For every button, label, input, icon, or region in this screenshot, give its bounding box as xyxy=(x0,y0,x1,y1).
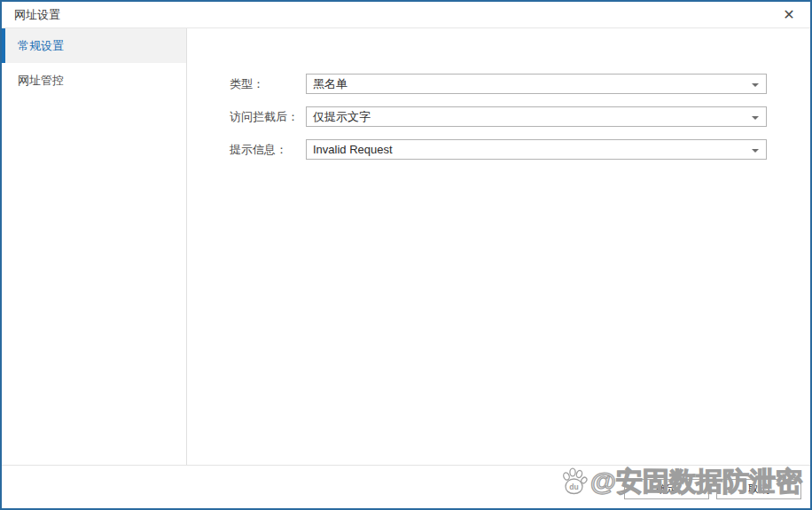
chevron-down-icon xyxy=(752,83,759,87)
url-settings-dialog: 网址设置 ✕ 常规设置 网址管控 类型： 黑名单 xyxy=(0,0,812,510)
prompt-message-label: 提示信息： xyxy=(230,142,306,158)
type-label: 类型： xyxy=(230,76,306,92)
ok-button[interactable]: 确定 xyxy=(624,479,709,499)
sidebar-item-label: 常规设置 xyxy=(18,38,64,54)
close-icon[interactable]: ✕ xyxy=(778,4,800,26)
cancel-button[interactable]: 取消 xyxy=(716,479,801,499)
chevron-down-icon xyxy=(752,149,759,153)
dialog-title: 网址设置 xyxy=(14,7,60,23)
block-action-dropdown-value: 仅提示文字 xyxy=(313,109,371,125)
dialog-footer: 确定 取消 xyxy=(2,465,810,508)
main-panel: 类型： 黑名单 访问拦截后： 仅提示文字 提示信息： xyxy=(187,28,810,465)
type-dropdown[interactable]: 黑名单 xyxy=(306,74,767,94)
sidebar: 常规设置 网址管控 xyxy=(2,28,187,465)
form-row-prompt-message: 提示信息： Invalid Request xyxy=(230,139,810,160)
prompt-message-dropdown-value: Invalid Request xyxy=(313,143,393,156)
sidebar-item-general-settings[interactable]: 常规设置 xyxy=(2,28,186,63)
dialog-body: 常规设置 网址管控 类型： 黑名单 访问拦截后： 仅提示文 xyxy=(2,28,810,465)
form-row-block-action: 访问拦截后： 仅提示文字 xyxy=(230,106,810,127)
titlebar: 网址设置 ✕ xyxy=(2,2,810,28)
block-action-dropdown[interactable]: 仅提示文字 xyxy=(306,106,767,127)
settings-form: 类型： 黑名单 访问拦截后： 仅提示文字 提示信息： xyxy=(187,28,810,160)
sidebar-item-url-control[interactable]: 网址管控 xyxy=(2,63,186,98)
prompt-message-dropdown[interactable]: Invalid Request xyxy=(306,139,767,160)
chevron-down-icon xyxy=(752,116,759,120)
type-dropdown-value: 黑名单 xyxy=(313,76,347,92)
sidebar-item-label: 网址管控 xyxy=(18,73,64,89)
form-row-type: 类型： 黑名单 xyxy=(230,74,810,94)
block-action-label: 访问拦截后： xyxy=(230,109,306,125)
